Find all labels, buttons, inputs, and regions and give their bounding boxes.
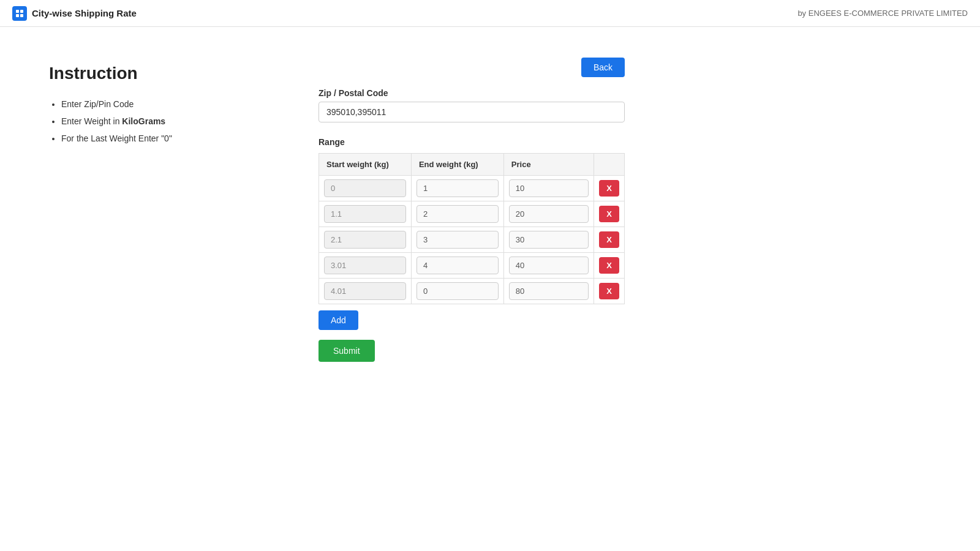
start-weight-input-0: [324, 179, 406, 197]
submit-button[interactable]: Submit: [318, 340, 375, 362]
instruction-item-1: Enter Zip/Pin Code: [61, 96, 294, 113]
delete-button-1[interactable]: X: [599, 206, 619, 222]
cell-price-4: [503, 279, 594, 304]
col-price: Price: [503, 154, 594, 176]
add-button[interactable]: Add: [318, 310, 358, 330]
range-section: Range Start weight (kg) End weight (kg) …: [318, 137, 625, 330]
end-weight-input-3[interactable]: [417, 257, 499, 274]
instruction-item-3: For the Last Weight Enter "0": [61, 130, 294, 147]
cell-start-3: [319, 253, 412, 279]
start-weight-input-3: [324, 257, 406, 274]
price-input-4[interactable]: [509, 282, 589, 300]
end-weight-input-4[interactable]: [417, 282, 499, 300]
brand-text: by ENGEES E-COMMERCE PRIVATE LIMITED: [797, 9, 968, 18]
svg-rect-1: [20, 10, 23, 13]
price-input-1[interactable]: [509, 205, 589, 223]
col-action: [594, 154, 625, 176]
instructions-heading: Instruction: [49, 64, 294, 83]
svg-rect-2: [16, 14, 19, 17]
col-start-weight: Start weight (kg): [319, 154, 412, 176]
table-row: X: [319, 279, 625, 304]
table-header-row: Start weight (kg) End weight (kg) Price: [319, 154, 625, 176]
cell-end-4: [411, 279, 503, 304]
cell-price-2: [503, 227, 594, 253]
end-weight-input-2[interactable]: [417, 231, 499, 249]
app-title: City-wise Shipping Rate: [32, 8, 137, 18]
cell-start-4: [319, 279, 412, 304]
instructions-panel: Instruction Enter Zip/Pin Code Enter Wei…: [49, 64, 294, 362]
delete-button-4[interactable]: X: [599, 283, 619, 299]
table-row: X: [319, 227, 625, 253]
cell-end-0: [411, 176, 503, 201]
main-content: Instruction Enter Zip/Pin Code Enter Wei…: [0, 27, 980, 386]
delete-button-3[interactable]: X: [599, 257, 619, 274]
svg-rect-0: [16, 10, 19, 13]
instructions-list: Enter Zip/Pin Code Enter Weight in KiloG…: [49, 96, 294, 147]
cell-delete-2: X: [594, 227, 625, 253]
price-input-2[interactable]: [509, 231, 589, 249]
table-row: X: [319, 201, 625, 227]
cell-price-1: [503, 201, 594, 227]
range-table: Start weight (kg) End weight (kg) Price: [318, 153, 625, 304]
cell-start-1: [319, 201, 412, 227]
cell-price-0: [503, 176, 594, 201]
instruction-text-3: For the Last Weight Enter "0": [61, 133, 172, 143]
instruction-bold-2: KiloGrams: [122, 116, 165, 126]
table-row: X: [319, 253, 625, 279]
table-body: X X X: [319, 176, 625, 304]
back-button[interactable]: Back: [581, 58, 625, 77]
cell-price-3: [503, 253, 594, 279]
cell-delete-1: X: [594, 201, 625, 227]
price-input-3[interactable]: [509, 257, 589, 274]
instruction-text-2a: Enter Weight in: [61, 116, 122, 126]
table-row: X: [319, 176, 625, 201]
form-section: Zip / Postal Code Range Start weight (kg…: [318, 88, 625, 330]
delete-button-2[interactable]: X: [599, 231, 619, 248]
zip-input[interactable]: [318, 102, 625, 122]
price-input-0[interactable]: [509, 179, 589, 197]
svg-rect-3: [20, 14, 23, 17]
app-header: City-wise Shipping Rate by ENGEES E-COMM…: [0, 0, 980, 27]
form-panel: Back Zip / Postal Code Range Start weigh…: [318, 64, 625, 362]
instruction-item-2: Enter Weight in KiloGrams: [61, 113, 294, 130]
cell-end-2: [411, 227, 503, 253]
cell-delete-3: X: [594, 253, 625, 279]
delete-button-0[interactable]: X: [599, 180, 619, 197]
header-left: City-wise Shipping Rate: [12, 6, 137, 21]
start-weight-input-2: [324, 231, 406, 249]
cell-end-3: [411, 253, 503, 279]
cell-start-0: [319, 176, 412, 201]
start-weight-input-1: [324, 205, 406, 223]
end-weight-input-1[interactable]: [417, 205, 499, 223]
cell-start-2: [319, 227, 412, 253]
cell-delete-0: X: [594, 176, 625, 201]
col-end-weight: End weight (kg): [411, 154, 503, 176]
cell-delete-4: X: [594, 279, 625, 304]
range-label: Range: [318, 137, 625, 147]
cell-end-1: [411, 201, 503, 227]
end-weight-input-0[interactable]: [417, 179, 499, 197]
start-weight-input-4: [324, 282, 406, 300]
instruction-text-1: Enter Zip/Pin Code: [61, 99, 134, 109]
table-head: Start weight (kg) End weight (kg) Price: [319, 154, 625, 176]
back-button-container: Back: [581, 58, 625, 77]
app-logo: [12, 6, 27, 21]
zip-label: Zip / Postal Code: [318, 88, 625, 98]
